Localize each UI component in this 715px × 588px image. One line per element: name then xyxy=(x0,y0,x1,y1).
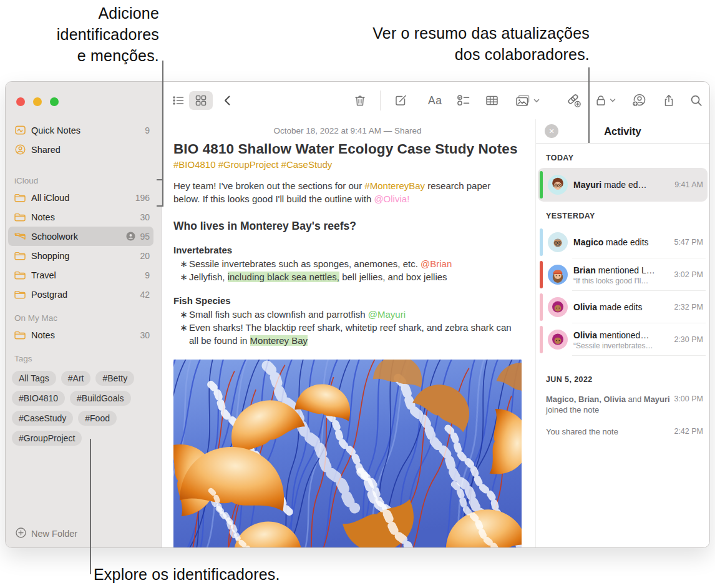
tag-pill-casestudy[interactable]: #CaseStudy xyxy=(12,411,73,426)
collaborator-name: Magico xyxy=(573,237,603,247)
close-icon[interactable]: ✕ xyxy=(545,124,558,138)
sidebar-item-travel[interactable]: Travel 9 xyxy=(8,265,153,285)
tag-browser: All Tags #Art #Betty #BIO4810 #BuildGoal… xyxy=(8,366,153,446)
activity-group-header-yesterday: YESTERDAY xyxy=(546,212,699,220)
activity-row-olivia-mention[interactable]: Olivia mentioned… “Sessile invertebrates… xyxy=(536,323,709,356)
note-count: 95 xyxy=(140,232,150,242)
search-icon[interactable] xyxy=(689,94,703,107)
callout-line-left xyxy=(162,61,163,207)
tag-pill-all-tags[interactable]: All Tags xyxy=(12,371,56,386)
collaborator-name: Olivia xyxy=(573,302,597,312)
tag-pill-bio4810[interactable]: #BIO4810 xyxy=(12,391,65,406)
mention-olivia[interactable]: @Olivia! xyxy=(374,194,409,204)
collaborator-name: Brian xyxy=(573,265,596,275)
bullet-glyph: ∗ xyxy=(178,257,189,270)
sidebar-item-schoolwork-selected[interactable]: Schoolwork 95 xyxy=(8,227,153,246)
toolbar: Aa xyxy=(162,82,709,119)
tag-pill-art[interactable]: #Art xyxy=(61,371,91,386)
annotation-line: e menções. xyxy=(57,45,159,66)
avatar-olivia xyxy=(548,297,568,317)
quick-note-icon xyxy=(14,125,26,135)
annotation-line: dos colaboradores. xyxy=(372,44,590,65)
note-intro-paragraph: Hey team! I've broken out the sections f… xyxy=(173,179,511,205)
activity-action: made edits xyxy=(603,237,648,247)
sidebar-item-label: All iCloud xyxy=(31,193,135,203)
activity-row-you-shared[interactable]: You shared the note 2:42 PM xyxy=(546,422,703,441)
sidebar-item-label: Shopping xyxy=(31,251,140,261)
note-editor[interactable]: October 18, 2022 at 9:41 AM — Shared BIO… xyxy=(162,119,535,547)
add-link-button[interactable] xyxy=(566,93,581,108)
activity-row-mayuri-edit[interactable]: Mayuri made ed… 9:41 AM xyxy=(538,168,708,202)
sidebar-section-header-tags: Tags xyxy=(8,345,153,366)
activity-group-header-jun5: JUN 5, 2022 xyxy=(546,375,699,384)
activity-quote: “Sessile invertebrates… xyxy=(573,341,670,350)
note-tags-line[interactable]: #BIO4810 #GroupProject #CaseStudy xyxy=(173,159,522,170)
note-count: 196 xyxy=(135,193,150,203)
compose-note-button[interactable] xyxy=(394,94,408,108)
lock-button[interactable] xyxy=(595,94,616,107)
list-view-button[interactable] xyxy=(172,94,185,107)
bullet-list: ∗ Small fish such as clownfish and parro… xyxy=(173,308,522,347)
activity-group-header-today: TODAY xyxy=(546,154,699,162)
callout-tick xyxy=(157,179,163,180)
note-count: 9 xyxy=(145,270,150,280)
bullet-item: ∗ Jellyfish, including black sea nettles… xyxy=(173,270,522,283)
activity-row-brian-mention[interactable]: Brian mentioned L… “If this looks good I… xyxy=(536,258,709,291)
tag-pill-food[interactable]: #Food xyxy=(78,411,117,426)
activity-time: 5:47 PM xyxy=(674,238,703,247)
zoom-window-button[interactable] xyxy=(50,97,59,106)
sidebar-item-all-icloud[interactable]: All iCloud 196 xyxy=(8,188,153,207)
sidebar-item-quick-notes[interactable]: Quick Notes 9 xyxy=(8,120,153,140)
mention-mayuri[interactable]: @Mayuri xyxy=(368,309,406,320)
close-window-button[interactable] xyxy=(16,97,25,106)
sidebar: Quick Notes 9 Shared iCloud xyxy=(6,82,162,547)
note-date-line: October 18, 2022 at 9:41 AM — Shared xyxy=(173,126,522,135)
activity-action: made ed… xyxy=(601,180,646,190)
annotation-line: identificadores xyxy=(57,24,159,45)
new-folder-label: New Folder xyxy=(31,529,77,539)
body-row: October 18, 2022 at 9:41 AM — Shared BIO… xyxy=(162,119,709,547)
add-collaborator-button[interactable] xyxy=(631,93,647,108)
media-button[interactable] xyxy=(515,94,540,107)
activity-title: Activity xyxy=(604,125,641,137)
share-button[interactable] xyxy=(662,94,676,108)
sidebar-item-local-notes[interactable]: Notes 30 xyxy=(8,325,153,345)
sidebar-item-label: Travel xyxy=(31,270,145,280)
activity-row-magico-edit[interactable]: Magico made edits 5:47 PM xyxy=(536,226,709,258)
note-attachment-image[interactable] xyxy=(173,360,522,547)
activity-color-bar xyxy=(540,228,543,256)
sidebar-item-postgrad[interactable]: Postgrad 42 xyxy=(8,285,153,304)
tag-pill-betty[interactable]: #Betty xyxy=(95,371,134,386)
tag-pill-buildgoals[interactable]: #BuildGoals xyxy=(70,391,131,406)
minimize-window-button[interactable] xyxy=(33,97,42,106)
tag-pill-groupproject[interactable]: #GroupProject xyxy=(12,431,82,446)
folder-icon xyxy=(14,252,26,260)
sidebar-item-notes[interactable]: Notes 30 xyxy=(8,207,153,227)
sidebar-item-shared[interactable]: Shared xyxy=(8,140,153,159)
folder-icon xyxy=(14,213,26,222)
new-folder-button[interactable]: New Folder xyxy=(16,527,77,540)
text-format-button[interactable]: Aa xyxy=(428,94,442,107)
mention-brian[interactable]: @Brian xyxy=(421,258,452,269)
new-folder-plus-icon xyxy=(16,527,26,540)
bullet-glyph: ∗ xyxy=(178,321,189,347)
activity-row-olivia-edit[interactable]: Olivia made edits 2:32 PM xyxy=(536,291,709,323)
inline-tag-montereybay[interactable]: #MontereyBay xyxy=(364,180,425,191)
activity-header: ✕ Activity xyxy=(536,119,709,144)
delete-note-button[interactable] xyxy=(353,94,367,107)
activity-color-bar xyxy=(540,171,543,198)
annotation-line: Ver o resumo das atualizações xyxy=(372,22,590,44)
activity-list[interactable]: TODAY xyxy=(536,144,709,547)
table-button[interactable] xyxy=(485,94,499,107)
sidebar-item-shopping[interactable]: Shopping 20 xyxy=(8,246,153,265)
activity-row-joined[interactable]: Magico, Brian, Olivia and Mayuri joined … xyxy=(546,390,703,419)
bullet-glyph: ∗ xyxy=(178,308,189,321)
bullet-list: ∗ Sessile invertebrates such as sponges,… xyxy=(173,257,522,283)
shared-folder-icon xyxy=(126,232,135,241)
collaborator-name: Olivia xyxy=(573,330,597,340)
note-heading: Who lives in Monterey Bay's reefs? xyxy=(173,220,522,233)
back-button[interactable] xyxy=(221,94,234,107)
checklist-button[interactable] xyxy=(456,94,471,107)
avatar-mayuri xyxy=(548,175,568,195)
gallery-view-button[interactable] xyxy=(189,91,213,110)
